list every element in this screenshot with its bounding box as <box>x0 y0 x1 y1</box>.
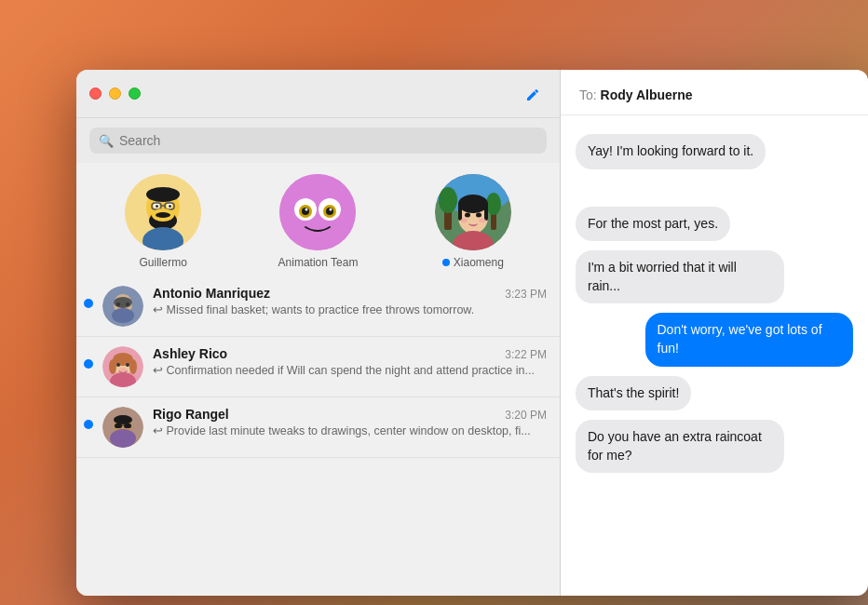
svg-point-42 <box>126 302 129 306</box>
conv-name-rigo: Rigo Rangel <box>153 407 229 422</box>
conv-time-antonio: 3:23 PM <box>505 288 547 301</box>
message-5: That's the spirit! <box>576 376 691 411</box>
svg-point-6 <box>169 205 171 208</box>
message-3: I'm a bit worried that it will rain... <box>576 250 784 303</box>
search-icon: 🔍 <box>99 134 114 148</box>
traffic-lights <box>89 87 141 100</box>
conversation-item-ashley[interactable]: Ashley Rico 3:22 PM ↩ Confirmation neede… <box>76 337 560 397</box>
message-6: Do you have an extra raincoat for me? <box>576 420 784 473</box>
conv-header-ashley: Ashley Rico 3:22 PM <box>153 346 547 361</box>
avatar-antonio <box>102 286 143 327</box>
svg-point-43 <box>112 308 134 323</box>
svg-point-21 <box>305 208 308 211</box>
conversation-item-antonio[interactable]: Antonio Manriquez 3:23 PM ↩ Missed final… <box>76 276 560 337</box>
svg-rect-57 <box>124 424 131 428</box>
svg-point-5 <box>156 205 158 208</box>
svg-point-50 <box>126 363 129 367</box>
conv-header-rigo: Rigo Rangel 3:20 PM <box>153 407 547 422</box>
pinned-contact-xiaomeng[interactable]: Xiaomeng <box>417 174 529 269</box>
to-label: To: Rody Albuerne <box>579 87 693 102</box>
close-button[interactable] <box>89 87 102 100</box>
preview-icon-ashley: ↩ <box>153 364 166 377</box>
minimize-button[interactable] <box>109 87 121 100</box>
conv-info-antonio: Antonio Manriquez 3:23 PM ↩ Missed final… <box>153 286 547 319</box>
conversation-item-rigo[interactable]: Rigo Rangel 3:20 PM ↩ Provide last minut… <box>76 397 560 458</box>
svg-point-49 <box>116 363 120 367</box>
svg-point-48 <box>129 359 137 374</box>
message-2: For the most part, yes. <box>576 207 730 242</box>
svg-point-60 <box>110 429 136 448</box>
svg-point-28 <box>486 193 501 215</box>
unread-dot-ashley <box>84 359 93 369</box>
pinned-label-xiaomeng: Xiaomeng <box>442 256 504 269</box>
svg-point-47 <box>109 359 116 374</box>
conv-time-rigo: 3:20 PM <box>505 409 547 422</box>
right-panel: To: Rody Albuerne Yay! I'm looking forwa… <box>561 70 868 596</box>
svg-point-35 <box>460 219 468 223</box>
avatar-xiaomeng <box>435 174 511 250</box>
preview-icon-rigo: ↩ <box>153 424 166 437</box>
svg-point-33 <box>465 213 470 218</box>
conv-preview-ashley: ↩ Confirmation needed if Will can spend … <box>153 363 547 380</box>
pinned-contacts-row: Guillermo <box>76 163 560 276</box>
unread-dot-rigo <box>84 420 93 429</box>
svg-rect-31 <box>458 204 462 221</box>
pinned-label-animation-team: Animation Team <box>278 256 359 269</box>
preview-icon-antonio: ↩ <box>153 303 166 316</box>
message-1: Yay! I'm looking forward to it. <box>576 134 766 169</box>
conv-info-rigo: Rigo Rangel 3:20 PM ↩ Provide last minut… <box>153 407 547 440</box>
conv-header-antonio: Antonio Manriquez 3:23 PM <box>153 286 547 301</box>
pinned-contact-guillermo[interactable]: Guillermo <box>107 174 219 269</box>
left-panel: 🔍 <box>76 70 561 596</box>
messages-window: 🔍 <box>76 70 868 596</box>
conv-info-ashley: Ashley Rico 3:22 PM ↩ Confirmation neede… <box>153 346 547 380</box>
conv-preview-antonio: ↩ Missed final basket; wants to practice… <box>153 302 547 319</box>
avatar-ashley <box>102 346 143 387</box>
svg-point-55 <box>114 415 132 424</box>
conv-name-ashley: Ashley Rico <box>153 346 227 361</box>
titlebar <box>76 70 560 118</box>
search-wrapper[interactable]: 🔍 <box>89 128 547 154</box>
unread-dot-antonio <box>84 299 93 308</box>
conv-name-antonio: Antonio Manriquez <box>153 286 270 301</box>
svg-point-40 <box>114 297 132 308</box>
svg-point-22 <box>330 208 332 211</box>
svg-point-36 <box>479 219 486 223</box>
message-spacer-1 <box>576 179 853 197</box>
online-indicator-xiaomeng <box>442 259 450 266</box>
pinned-contact-animation-team[interactable]: Animation Team <box>262 174 373 269</box>
conv-time-ashley: 3:22 PM <box>505 348 547 361</box>
conversation-list: Antonio Manriquez 3:23 PM ↩ Missed final… <box>76 276 560 596</box>
messages-area: Yay! I'm looking forward to it. For the … <box>561 115 868 596</box>
avatar-rigo <box>102 407 143 448</box>
svg-point-30 <box>458 195 488 213</box>
message-header: To: Rody Albuerne <box>561 70 868 115</box>
avatar-guillermo <box>125 174 201 250</box>
message-4: Don't worry, we've got lots of fun! <box>645 313 854 366</box>
compose-button[interactable] <box>521 81 547 107</box>
zoom-button[interactable] <box>129 87 141 100</box>
svg-point-14 <box>279 174 356 250</box>
svg-point-26 <box>439 187 457 213</box>
search-bar: 🔍 <box>76 118 560 163</box>
svg-rect-56 <box>115 424 122 428</box>
pinned-label-guillermo: Guillermo <box>139 256 186 269</box>
svg-point-34 <box>476 213 481 218</box>
search-input[interactable] <box>119 133 537 148</box>
svg-point-41 <box>116 302 120 306</box>
svg-point-2 <box>146 187 180 202</box>
svg-rect-32 <box>484 204 488 221</box>
svg-point-12 <box>156 212 170 218</box>
avatar-animation-team <box>279 174 356 250</box>
conv-preview-rigo: ↩ Provide last minute tweaks to drawings… <box>153 424 547 440</box>
